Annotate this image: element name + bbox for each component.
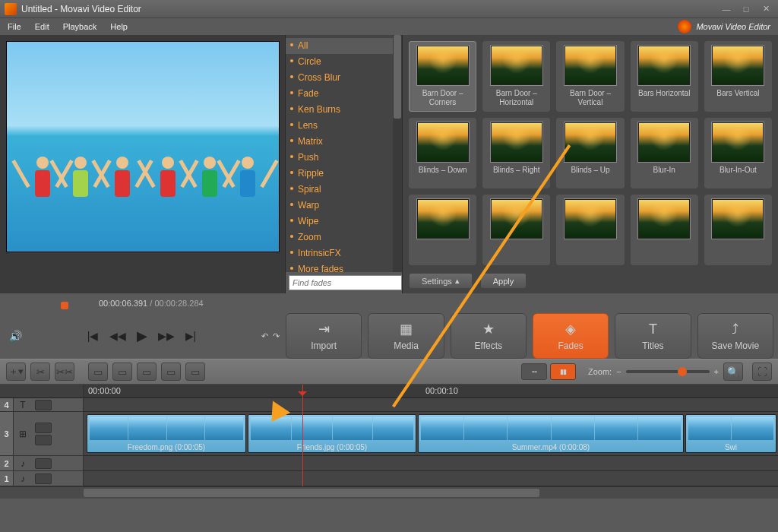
menu-help[interactable]: Help bbox=[110, 22, 128, 31]
tool-e[interactable]: ▭ bbox=[185, 363, 205, 381]
cut-button[interactable]: ✂ bbox=[30, 363, 50, 381]
timeline: 4T 3⊞ 2♪ 1♪ 00:00:00 00:00:10 Freedom.pn… bbox=[0, 385, 778, 486]
fade-tile[interactable]: Bars Horizontal bbox=[631, 41, 698, 112]
clip-friends[interactable]: ★ Friends.jpg (0:00:05) bbox=[248, 414, 416, 453]
menu-file[interactable]: File bbox=[8, 22, 21, 31]
fade-settings-button[interactable]: Settings▴ bbox=[409, 273, 473, 289]
maximize-button[interactable]: □ bbox=[738, 4, 754, 14]
rewind-button[interactable]: ◀◀ bbox=[109, 330, 126, 342]
cat-item-zoom[interactable]: Zoom bbox=[286, 230, 402, 245]
track-4-head[interactable]: 4 bbox=[0, 398, 14, 411]
cat-item-lens[interactable]: Lens bbox=[286, 118, 402, 134]
save-icon: ⤴ bbox=[732, 321, 738, 337]
find-fades-input[interactable] bbox=[289, 275, 402, 290]
fade-tile[interactable] bbox=[482, 195, 550, 265]
timeline-view-button[interactable]: ▮▮ bbox=[550, 363, 576, 380]
fade-tile[interactable]: Barn Door – Horizontal bbox=[482, 41, 550, 112]
zoom-thumb[interactable] bbox=[678, 367, 687, 376]
clip-freedom[interactable]: Freedom.png (0:00:05) bbox=[87, 414, 246, 453]
zoom-in-icon[interactable]: + bbox=[714, 367, 719, 376]
cat-item-morefades[interactable]: More fades bbox=[286, 261, 402, 272]
cat-item-intrinsicfx[interactable]: IntrinsicFX bbox=[286, 245, 402, 261]
fade-tile[interactable]: Bars Vertical bbox=[704, 41, 772, 112]
seek-handle[interactable] bbox=[61, 302, 68, 309]
undo-button[interactable]: ↶ bbox=[261, 331, 268, 341]
fade-tile[interactable]: Blinds – Right bbox=[482, 118, 550, 188]
fade-tile[interactable]: Blur-In-Out bbox=[704, 118, 772, 188]
zoom-out-icon[interactable]: − bbox=[616, 367, 621, 376]
close-button[interactable]: ✕ bbox=[758, 4, 773, 14]
split-button[interactable]: ✂✂ bbox=[55, 363, 74, 381]
cat-item-all[interactable]: All bbox=[286, 38, 402, 54]
track-headers: 4T 3⊞ 2♪ 1♪ bbox=[0, 385, 84, 486]
minimize-button[interactable]: — bbox=[719, 4, 734, 14]
cat-item-warp[interactable]: Warp bbox=[286, 198, 402, 214]
next-frame-button[interactable]: ▶| bbox=[185, 330, 197, 342]
zoom-slider[interactable] bbox=[626, 370, 710, 373]
track-1-head[interactable]: 1 bbox=[0, 471, 14, 486]
fullscreen-button[interactable]: ⛶ bbox=[752, 363, 772, 381]
track-2-lane[interactable] bbox=[84, 456, 778, 471]
category-scrollbar[interactable] bbox=[393, 35, 402, 272]
prev-frame-button[interactable]: |◀ bbox=[87, 330, 99, 342]
track-3-head[interactable]: 3 bbox=[0, 412, 14, 455]
mode-effects[interactable]: ★Effects bbox=[451, 313, 527, 359]
track-3-vis[interactable] bbox=[35, 423, 52, 433]
track-3-mute[interactable] bbox=[35, 435, 52, 445]
cat-item-wipe[interactable]: Wipe bbox=[286, 214, 402, 230]
cat-item-circle[interactable]: Circle bbox=[286, 54, 402, 70]
fade-tile[interactable] bbox=[409, 195, 476, 265]
storyboard-view-button[interactable]: ▫▫▫ bbox=[521, 363, 547, 380]
time-ruler[interactable]: 00:00:00 00:00:10 bbox=[84, 385, 778, 398]
track-1-mute[interactable] bbox=[35, 473, 52, 484]
tool-a[interactable]: ▭ bbox=[88, 363, 108, 381]
fade-tile[interactable] bbox=[631, 195, 698, 265]
tool-b[interactable]: ▭ bbox=[112, 363, 132, 381]
menu-playback[interactable]: Playback bbox=[63, 22, 97, 31]
tracks-area[interactable]: 00:00:00 00:00:10 Freedom.png (0:00:05) … bbox=[84, 385, 778, 486]
cat-item-spiral[interactable]: Spiral bbox=[286, 182, 402, 198]
track-2-mute[interactable] bbox=[35, 458, 52, 469]
track-1-lane[interactable] bbox=[84, 471, 778, 486]
cat-item-fade[interactable]: Fade bbox=[286, 86, 402, 102]
mode-import[interactable]: ⇥Import bbox=[286, 313, 362, 359]
playhead[interactable] bbox=[302, 385, 303, 486]
track-4-vis[interactable] bbox=[35, 400, 52, 410]
clip-summer[interactable]: Summer.mp4 (0:00:08) bbox=[418, 414, 684, 453]
track-4-lane[interactable] bbox=[84, 398, 778, 412]
track-3-lane[interactable]: Freedom.png (0:00:05) ★ Friends.jpg (0:0… bbox=[84, 412, 778, 456]
fade-tile[interactable]: Barn Door – Corners bbox=[409, 41, 476, 112]
tool-d[interactable]: ▭ bbox=[161, 363, 181, 381]
mode-save[interactable]: ⤴Save Movie bbox=[697, 313, 773, 359]
cat-item-push[interactable]: Push bbox=[286, 150, 402, 166]
clip-swim[interactable]: Swi bbox=[685, 414, 776, 453]
fade-tile[interactable] bbox=[556, 195, 624, 265]
fade-tile[interactable]: Barn Door – Vertical bbox=[556, 41, 624, 112]
preview-image[interactable] bbox=[6, 41, 280, 252]
mode-titles[interactable]: TTitles bbox=[615, 313, 691, 359]
fade-apply-button[interactable]: Apply bbox=[480, 273, 527, 289]
seekbar[interactable]: 00:00:06.391 / 00:00:28.284 bbox=[0, 293, 778, 313]
timeline-hscroll[interactable] bbox=[0, 486, 778, 499]
cat-item-kenburns[interactable]: Ken Burns bbox=[286, 102, 402, 118]
tool-c[interactable]: ▭ bbox=[137, 363, 157, 381]
mode-media[interactable]: ▦Media bbox=[368, 313, 444, 359]
fade-tile[interactable]: Blur-In bbox=[631, 118, 698, 188]
forward-button[interactable]: ▶▶ bbox=[158, 330, 175, 342]
redo-button[interactable]: ↷ bbox=[273, 331, 280, 341]
fade-category-list[interactable]: All Circle Cross Blur Fade Ken Burns Len… bbox=[286, 35, 402, 272]
track-2-head[interactable]: 2 bbox=[0, 456, 14, 470]
mode-fades[interactable]: ◈Fades bbox=[533, 313, 609, 359]
menu-edit[interactable]: Edit bbox=[35, 22, 49, 31]
fade-tile[interactable]: Blinds – Down bbox=[409, 118, 476, 188]
play-button[interactable]: ▶ bbox=[137, 328, 147, 344]
cat-item-matrix[interactable]: Matrix bbox=[286, 134, 402, 150]
import-icon: ⇥ bbox=[318, 321, 330, 337]
fade-tile[interactable]: Blinds – Up bbox=[556, 118, 624, 188]
volume-icon[interactable]: 🔊 bbox=[9, 330, 22, 342]
fade-tile[interactable] bbox=[704, 195, 772, 265]
cat-item-ripple[interactable]: Ripple bbox=[286, 166, 402, 182]
zoom-fit-button[interactable]: 🔍 bbox=[723, 363, 743, 381]
cat-item-crossblur[interactable]: Cross Blur bbox=[286, 70, 402, 86]
add-track-button[interactable]: ＋▾ bbox=[6, 363, 26, 381]
